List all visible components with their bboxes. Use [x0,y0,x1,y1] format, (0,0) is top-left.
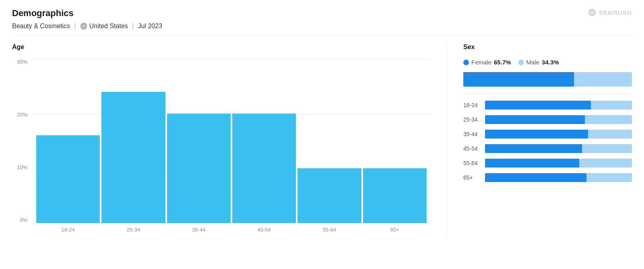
x-label: 25-34 [101,223,165,236]
sex-chart-container: Sex Female 65.7% Male 34.3% [447,43,632,236]
breadcrumb-period: Jul 2023 [138,23,163,30]
age-sex-female-bar [485,173,586,182]
breadcrumb-separator: | [74,22,76,30]
header-left: Demographics Beauty & Cosmetics | United… [12,8,162,30]
age-sex-female-bar [485,115,585,124]
legend-female: Female 65.7% [463,59,511,66]
age-sex-female-bar [485,101,591,110]
y-label-20: 20% [17,112,27,118]
male-pct: 34.3% [542,59,559,66]
bar-group [36,59,100,223]
age-sex-row: 35-44 [463,130,632,139]
female-pct: 65.7% [494,59,511,66]
bar-group [363,59,427,223]
bars-row [32,59,431,223]
semrush-logo: SEMRUSH [588,8,632,17]
age-sex-male-bar [588,130,632,139]
age-sex-row: 55-64 [463,159,632,168]
age-sex-row-label: 65+ [463,174,480,181]
age-chart-container: Age 30% 20% 10% 0% [12,43,447,236]
age-sex-row: 18-24 [463,101,632,110]
x-label: 35-44 [167,223,231,236]
age-sex-male-bar [579,159,632,168]
female-label: Female [471,59,491,66]
age-sex-bar-container [485,173,632,182]
breadcrumb: Beauty & Cosmetics | United States | Jul… [12,22,162,30]
stacked-bar-male [574,72,632,87]
header: Demographics Beauty & Cosmetics | United… [12,8,632,30]
age-sex-row-label: 55-64 [463,160,480,166]
age-sex-female-bar [485,144,582,153]
x-label: 18-24 [36,223,100,236]
female-dot [463,60,469,65]
age-sex-row-label: 45-54 [463,145,480,152]
age-sex-male-bar [582,144,632,153]
bar [101,92,165,223]
x-label: 65+ [363,223,427,236]
bar [297,168,361,223]
bar [232,114,296,223]
bar [167,114,231,223]
male-label: Male [526,59,540,66]
age-sex-row-label: 35-44 [463,131,480,137]
age-sex-bar-container [485,101,632,110]
age-sex-bar-container [485,159,632,168]
bar [36,135,100,223]
page-wrapper: Demographics Beauty & Cosmetics | United… [0,0,644,244]
age-sex-row: 25-34 [463,115,632,124]
age-sex-female-bar [485,130,588,139]
breadcrumb-separator-2: | [132,22,134,30]
age-sex-row-label: 25-34 [463,116,480,123]
stacked-bar-female [463,72,574,87]
male-dot [518,60,524,65]
sex-chart-title: Sex [463,43,632,51]
y-label-10: 10% [17,164,27,170]
age-sex-bar-container [485,144,632,153]
age-sex-male-bar [591,101,632,110]
age-sex-rows: 18-2425-3435-4445-5455-6465+ [463,101,632,182]
bar-group [297,59,361,223]
legend-male: Male 34.3% [518,59,559,66]
breadcrumb-country-name: United States [89,23,128,30]
age-sex-row: 65+ [463,173,632,182]
total-stacked-bar [463,72,632,87]
age-sex-bar-container [485,130,632,139]
breadcrumb-category: Beauty & Cosmetics [12,23,70,30]
y-label-0: 0% [20,217,27,223]
y-axis: 30% 20% 10% 0% [12,59,32,236]
sex-divider [463,94,632,94]
bar-group [101,59,165,223]
bar [363,168,427,223]
chart-body: 18-2425-3435-4445-5455-6465+ [32,59,431,236]
y-label-30: 30% [17,59,27,65]
globe-icon [80,23,87,30]
age-sex-row-label: 18-24 [463,102,480,108]
age-sex-bar-container [485,115,632,124]
charts-container: Age 30% 20% 10% 0% [12,43,632,236]
age-sex-male-bar [586,173,632,182]
age-sex-female-bar [485,159,579,168]
breadcrumb-country: United States [80,23,128,30]
total-bar-wrapper [463,72,632,87]
x-label: 55-64 [297,223,361,236]
age-sex-male-bar [585,115,632,124]
bar-chart-area: 30% 20% 10% 0% [12,59,431,236]
bar-group [167,59,231,223]
header-divider [12,35,632,35]
bar-group [232,59,296,223]
sex-legend: Female 65.7% Male 34.3% [463,59,632,66]
page-title: Demographics [12,8,162,19]
age-sex-row: 45-54 [463,144,632,153]
x-label: 45-54 [232,223,296,236]
semrush-icon [588,8,597,17]
age-chart-title: Age [12,43,431,51]
x-axis: 18-2425-3435-4445-5455-6465+ [32,223,431,236]
semrush-label: SEMRUSH [599,9,632,16]
